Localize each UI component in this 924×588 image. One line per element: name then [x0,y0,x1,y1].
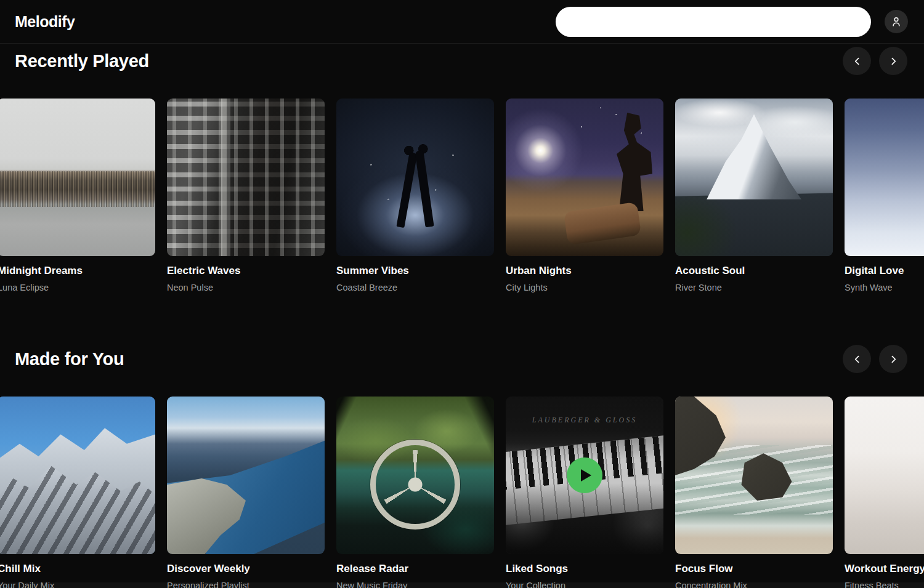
carousel-controls [843,345,907,373]
playlist-card[interactable]: Focus Flow Concentration Mix [675,397,833,588]
card-title: Acoustic Soul [675,264,833,278]
album-art [675,99,833,256]
playlist-card[interactable]: Midnight Dreams Luna Eclipse [0,99,155,294]
section-header: Recently Played [0,47,924,75]
search-input[interactable] [556,7,871,37]
playlist-card[interactable]: Chill Mix Your Daily Mix [0,397,155,588]
playlist-card[interactable]: Electric Waves Neon Pulse [167,99,325,294]
card-title: Chill Mix [0,562,155,576]
chevron-left-icon [852,56,862,66]
play-button[interactable] [567,457,602,493]
scroll-prev-button[interactable] [843,345,871,373]
bottom-divider [0,582,924,588]
playlist-card[interactable]: Acoustic Soul River Stone [675,99,833,294]
card-title: Electric Waves [167,264,325,278]
playlist-card[interactable]: Workout Energy Fitness Beats [845,397,924,588]
section-title: Made for You [15,350,124,369]
card-carousel: Midnight Dreams Luna Eclipse Electric Wa… [0,99,924,294]
album-art [675,397,833,554]
album-art [845,99,924,256]
chevron-right-icon [888,354,899,364]
playlist-card[interactable]: Discover Weekly Personalized Playlist [167,397,325,588]
card-subtitle: Neon Pulse [167,282,325,294]
scroll-next-button[interactable] [879,345,907,373]
card-title: Focus Flow [675,562,833,576]
playlist-card[interactable]: Release Radar New Music Friday [336,397,494,588]
card-title: Urban Nights [506,264,663,278]
album-art [336,397,494,554]
album-art-text: LAUBERGER & GLOSS [506,416,663,425]
chevron-right-icon [888,56,899,66]
album-art [336,99,494,256]
app-header: Melodify [0,0,924,44]
album-art [0,99,155,256]
album-art [0,397,155,554]
user-icon [890,15,902,28]
card-title: Discover Weekly [167,562,325,576]
album-art: LAUBERGER & GLOSS [506,397,663,554]
section: Made for You Chill Mix Your Daily Mix Di… [0,345,924,588]
card-subtitle: City Lights [506,282,663,294]
playlist-card[interactable]: Digital Love Synth Wave [845,99,924,294]
playlist-card[interactable]: Summer Vibes Coastal Breeze [336,99,494,294]
album-art [167,99,325,256]
album-art [167,397,325,554]
album-art [506,99,663,256]
scroll-next-button[interactable] [879,47,907,75]
profile-button[interactable] [885,10,908,33]
section-header: Made for You [0,345,924,373]
main-content: Recently Played Midnight Dreams Luna Ecl… [0,44,924,588]
scroll-prev-button[interactable] [843,47,871,75]
playlist-card[interactable]: LAUBERGER & GLOSS Liked Songs Your Colle… [506,397,663,588]
card-carousel: Chill Mix Your Daily Mix Discover Weekly… [0,397,924,588]
card-title: Liked Songs [506,562,663,576]
card-title: Summer Vibes [336,264,494,278]
play-icon [581,469,591,481]
card-title: Workout Energy [845,562,924,576]
app-logo: Melodify [15,13,75,31]
card-subtitle: Luna Eclipse [0,282,155,294]
carousel-controls [843,47,907,75]
chevron-left-icon [852,354,862,364]
section-title: Recently Played [15,52,149,71]
card-title: Midnight Dreams [0,264,155,278]
card-title: Release Radar [336,562,494,576]
playlist-card[interactable]: Urban Nights City Lights [506,99,663,294]
album-art [845,397,924,554]
card-title: Digital Love [845,264,924,278]
section: Recently Played Midnight Dreams Luna Ecl… [0,44,924,294]
header-actions [556,7,908,37]
card-subtitle: Coastal Breeze [336,282,494,294]
card-subtitle: River Stone [675,282,833,294]
card-subtitle: Synth Wave [845,282,924,294]
